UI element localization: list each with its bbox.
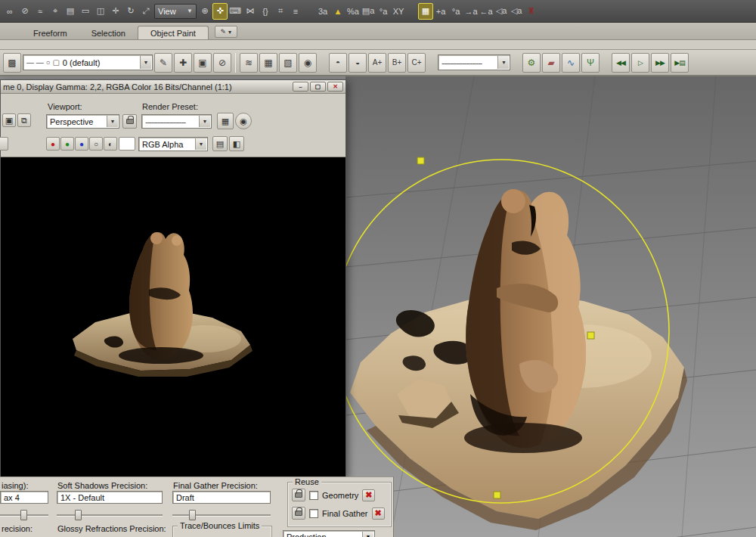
- window-crossing-icon[interactable]: ◫: [93, 3, 108, 20]
- spinner-snap-icon[interactable]: ▤a: [361, 3, 376, 20]
- render-canvas[interactable]: [1, 157, 345, 477]
- render-setup-icon[interactable]: ▦: [217, 113, 234, 129]
- green-channel-icon[interactable]: ●: [60, 137, 74, 151]
- chevron-down-icon[interactable]: ▼: [195, 138, 206, 150]
- clear-final-gather-icon[interactable]: ✖: [372, 508, 385, 520]
- add-key-icon[interactable]: +a: [433, 3, 448, 20]
- named-sets-icon[interactable]: {}: [258, 3, 273, 20]
- geometry-checkbox[interactable]: [309, 491, 318, 500]
- select-manipulate-icon[interactable]: ✜: [212, 3, 228, 20]
- bind-spacewarp-icon[interactable]: ≈: [33, 3, 48, 20]
- layer-explorer-icon[interactable]: ▧: [279, 53, 297, 73]
- lock-viewport-icon[interactable]: [122, 114, 137, 129]
- add-to-layer-icon[interactable]: ▣: [194, 53, 212, 73]
- select-move-icon[interactable]: ✛: [108, 3, 123, 20]
- antialiasing-slider[interactable]: [0, 509, 48, 521]
- grid-snap-icon[interactable]: ▦: [418, 3, 433, 20]
- last-frame-icon[interactable]: ▶▤: [671, 53, 689, 73]
- save-image-icon[interactable]: ▣: [2, 113, 16, 127]
- chevron-down-icon[interactable]: ▼: [199, 116, 210, 127]
- next-key-icon[interactable]: →a: [463, 3, 479, 20]
- chevron-down-icon[interactable]: ▼: [497, 56, 509, 69]
- percent-snap-icon[interactable]: %a: [345, 3, 361, 20]
- maximize-button[interactable]: ▢: [310, 82, 326, 92]
- tab-selection[interactable]: Selection: [79, 26, 138, 39]
- use-center-icon[interactable]: ⊕: [197, 3, 212, 20]
- first-frame-icon[interactable]: ◀◀: [612, 53, 630, 73]
- antialiasing-dropdown[interactable]: ax 4: [0, 491, 48, 504]
- selection-set-dropdown[interactable]: -------------------- ▼: [438, 54, 510, 70]
- tab-freeform[interactable]: Freeform: [21, 26, 79, 39]
- schematic-view-icon[interactable]: ▦: [259, 53, 277, 73]
- align-icon[interactable]: ≡: [288, 3, 303, 20]
- final-gather-checkbox[interactable]: [309, 509, 318, 518]
- set-mode-icon[interactable]: °a: [448, 3, 463, 20]
- cropped-tool-icon[interactable]: [0, 137, 8, 151]
- select-by-name-icon[interactable]: ▤: [63, 3, 78, 20]
- gizmo-handle-bottom[interactable]: [494, 492, 500, 498]
- step-fwd-icon[interactable]: ◁a: [509, 3, 524, 20]
- final-gather-slider[interactable]: [172, 509, 271, 521]
- angle-snap-icon[interactable]: ▲: [330, 3, 345, 20]
- keyboard-override-icon[interactable]: ⌨: [228, 3, 243, 20]
- selection-region-icon[interactable]: ▭: [78, 3, 93, 20]
- snap-frame-icon[interactable]: ⌗: [273, 3, 288, 20]
- param-collector-b-icon[interactable]: B+: [388, 53, 406, 73]
- create-layer-icon[interactable]: ✚: [174, 53, 192, 73]
- final-gather-dropdown[interactable]: Draft: [172, 491, 271, 504]
- soft-shadows-dropdown[interactable]: 1X - Default: [57, 491, 163, 504]
- select-object-icon[interactable]: ⌖: [48, 3, 63, 20]
- background-color-swatch[interactable]: [119, 137, 135, 151]
- minimize-button[interactable]: –: [293, 82, 308, 92]
- mono-channel-icon[interactable]: ○: [89, 137, 103, 151]
- blue-channel-icon[interactable]: ●: [75, 137, 88, 151]
- fast-forward-icon[interactable]: ▶▶: [651, 53, 669, 73]
- red-channel-icon[interactable]: ●: [46, 137, 60, 151]
- layer-display-icon[interactable]: ▤: [212, 136, 228, 151]
- curve-editor-icon[interactable]: ≋: [240, 53, 258, 73]
- mirror-icon[interactable]: ⋈: [243, 3, 258, 20]
- channel-display-dropdown[interactable]: RGB Alpha ▼: [138, 137, 208, 151]
- slider-thumb[interactable]: [75, 510, 82, 520]
- select-and-link-icon[interactable]: ∞: [2, 3, 17, 20]
- perspective-viewport[interactable]: [345, 76, 756, 537]
- prev-key-icon[interactable]: ←a: [479, 3, 494, 20]
- slider-thumb[interactable]: [20, 510, 27, 520]
- eraser-icon[interactable]: ▰: [542, 53, 560, 73]
- chevron-down-icon[interactable]: ▼: [140, 56, 151, 69]
- select-rotate-icon[interactable]: ↻: [123, 3, 138, 20]
- param-collector-a-icon[interactable]: A+: [368, 53, 386, 73]
- soft-shadows-slider[interactable]: [57, 509, 163, 521]
- reference-coordinate-dropdown[interactable]: View ▼: [154, 4, 197, 19]
- environment-icon[interactable]: ◉: [235, 113, 252, 129]
- step-back-icon[interactable]: ◁a: [494, 3, 509, 20]
- edit-layer-icon[interactable]: ✎: [154, 53, 172, 73]
- hair-fur-icon[interactable]: Ψ: [581, 53, 600, 73]
- transform-typein-icon[interactable]: XY: [391, 3, 406, 20]
- lock-geometry-icon[interactable]: [292, 489, 305, 501]
- select-scale-icon[interactable]: ⤢: [138, 3, 153, 20]
- render-gear-icon[interactable]: ⚙: [522, 53, 541, 73]
- play-icon[interactable]: ▷: [631, 53, 649, 73]
- shade-toggle-a-icon[interactable]: ◓: [329, 53, 347, 73]
- param-collector-c-icon[interactable]: C+: [407, 53, 426, 73]
- render-mode-dropdown[interactable]: Production ▼: [283, 530, 375, 537]
- gizmo-handle-right[interactable]: [587, 332, 594, 339]
- snap-3d-icon[interactable]: 3a: [315, 3, 330, 20]
- statue-mesh[interactable]: [464, 189, 586, 453]
- layer-manager-icon[interactable]: ▩: [3, 53, 21, 73]
- chevron-down-icon[interactable]: ▼: [362, 532, 373, 537]
- gizmo-handle-top[interactable]: [417, 157, 424, 164]
- rfw-titlebar[interactable]: me 0, Display Gamma: 2,2, RGBA Color 16 …: [1, 80, 345, 94]
- chevron-down-icon[interactable]: ▼: [107, 116, 118, 127]
- unlink-selection-icon[interactable]: ⊘: [17, 3, 33, 20]
- rfw-viewport-dropdown[interactable]: Perspective ▼: [46, 114, 119, 129]
- select-in-layer-icon[interactable]: ⊘: [213, 53, 231, 73]
- ribbon-config-dropdown[interactable]: ✎ ▾: [215, 26, 237, 38]
- shade-toggle-b-icon[interactable]: ◒: [349, 53, 367, 73]
- mirror-tool-icon[interactable]: ♜: [524, 3, 539, 20]
- tab-object-paint[interactable]: Object Paint: [138, 26, 209, 39]
- active-layer-dropdown[interactable]: — — ○ ▢ 0 (default) ▼: [23, 54, 153, 70]
- isolate-selection-icon[interactable]: °a: [376, 3, 391, 20]
- slider-thumb[interactable]: [189, 510, 196, 520]
